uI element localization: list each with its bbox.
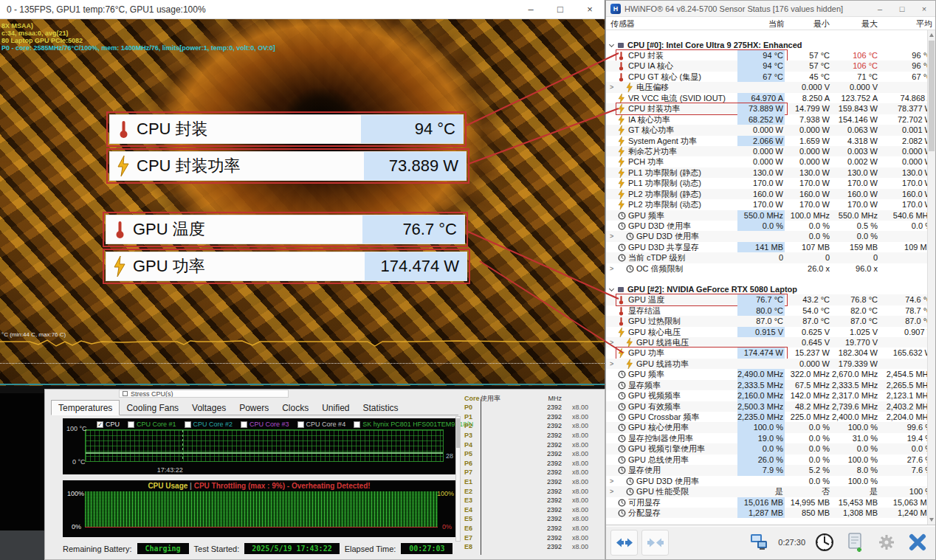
minimize-button[interactable]: – bbox=[869, 1, 891, 16]
tab-unified[interactable]: Unified bbox=[315, 401, 356, 415]
sensor-row[interactable]: GPU 视频引擎使用率0.0 %0.0 %0.0 %0.0 % bbox=[606, 443, 935, 454]
graph-scrollbar[interactable] bbox=[455, 416, 461, 542]
expand-icon[interactable]: > bbox=[610, 486, 613, 497]
checkbox-icon[interactable] bbox=[123, 391, 128, 396]
column-current[interactable]: 当前 bbox=[768, 18, 785, 30]
sensor-row[interactable]: 显存使用7.9 %5.2 %8.0 %7.6 % bbox=[606, 465, 935, 475]
maximize-button[interactable]: □ bbox=[891, 1, 913, 16]
expand-icon[interactable]: > bbox=[610, 476, 613, 486]
remote-sensors-button[interactable] bbox=[746, 530, 773, 556]
core-label: E8 bbox=[464, 543, 481, 550]
sensor-row[interactable]: GPU 核心使用率100.0 %0.0 %100.0 %99.6 % bbox=[606, 422, 935, 432]
checkbox-icon[interactable] bbox=[241, 421, 247, 428]
sensor-row[interactable]: GPU D3D 使用率0.0 %0.0 %0.5 %0.0 % bbox=[606, 221, 935, 231]
close-button[interactable]: × bbox=[575, 0, 605, 18]
tab-statistics[interactable]: Statistics bbox=[357, 401, 405, 415]
hwinfo-titlebar[interactable]: H HWiNFO® 64 v8.24-5700 Sensor Status [1… bbox=[606, 1, 935, 17]
sensor-row[interactable]: PL2 功率限制 (动态)170.0 W170.0 W170.0 W170.0 … bbox=[606, 199, 935, 210]
clock-icon bbox=[626, 477, 634, 485]
clock-button[interactable] bbox=[811, 530, 838, 556]
maximize-button[interactable]: □ bbox=[546, 0, 575, 18]
sensor-row[interactable]: VR VCC 电流 (SVID IOUT)64.970 A8.250 A123.… bbox=[606, 93, 935, 103]
tab-cooling-fans[interactable]: Cooling Fans bbox=[120, 401, 185, 415]
sensor-current: 2,160.0 MHz bbox=[737, 390, 785, 401]
sensor-average: 19.4 % bbox=[869, 433, 932, 443]
sensor-row[interactable]: >GPU 线路功率0.000 W179.339 W bbox=[606, 359, 935, 369]
sensor-group-header[interactable]: CPU [#0]: Intel Core Ultra 9 275HX: Enha… bbox=[606, 40, 935, 50]
expand-icon[interactable]: > bbox=[610, 337, 613, 348]
vertical-scrollbar[interactable] bbox=[927, 30, 935, 525]
expand-icon[interactable]: > bbox=[610, 231, 613, 241]
sensor-row[interactable]: PL1 功率限制 (静态)130.0 W130.0 W130.0 W130.0 … bbox=[606, 167, 935, 178]
checkbox-icon[interactable] bbox=[297, 421, 304, 428]
sensor-row[interactable]: 分配显存1,287 MB850 MB1,308 MB1,240 MB bbox=[606, 508, 935, 518]
close-button[interactable]: × bbox=[913, 1, 935, 16]
sensor-row[interactable]: CPU IA 核心94 °C57 °C106 °C96 °C bbox=[606, 61, 935, 71]
sensor-row[interactable]: GPU 功率174.474 W15.237 W182.304 W165.632 … bbox=[606, 348, 935, 358]
sensor-row[interactable]: CPU GT 核心 (集显)67 °C45 °C71 °C67 °C bbox=[606, 72, 935, 82]
column-sensor[interactable]: 传感器 bbox=[610, 18, 635, 30]
checkbox-icon[interactable] bbox=[354, 421, 360, 428]
sensor-row[interactable]: IA 核心功率68.252 W7.938 W154.146 W72.702 W bbox=[606, 114, 935, 125]
sensor-row[interactable]: 剩余芯片功率0.000 W0.000 W0.003 W0.000 W bbox=[606, 146, 935, 156]
furmark-titlebar[interactable]: 0 - 135FPS, GPU1 temp:76°C, GPU1 usage:1… bbox=[0, 0, 605, 19]
lightning-icon bbox=[618, 190, 626, 198]
sensor-row[interactable]: GPU 总线使用率26.0 %0.0 %100.0 %27.6 % bbox=[606, 454, 935, 465]
hwinfo-window: H HWiNFO® 64 v8.24-5700 Sensor Status [1… bbox=[605, 0, 936, 560]
sensor-row[interactable]: PCH 功率0.000 W0.000 W0.002 W0.000 W bbox=[606, 156, 935, 167]
column-minimum[interactable]: 最小 bbox=[813, 18, 830, 30]
settings-button[interactable] bbox=[873, 530, 900, 556]
sensor-row[interactable]: PL1 功率限制 (动态)170.0 W170.0 W170.0 W170.0 … bbox=[606, 178, 935, 188]
sensor-row[interactable]: 可用显存15,016 MB14,995 MB15,453 MB15,063 MB bbox=[606, 497, 935, 508]
sensor-row[interactable]: System Agent 功率2.066 W1.659 W4.318 W2.08… bbox=[606, 136, 935, 146]
core-label: P6 bbox=[464, 460, 481, 467]
scrollbar-thumb[interactable] bbox=[929, 41, 935, 151]
sensor-row[interactable]: >GPU D3D 使用率0.0 %100.0 % bbox=[606, 476, 935, 486]
expand-icon[interactable]: > bbox=[610, 263, 613, 274]
sensor-row[interactable]: GPU 视频频率2,160.0 MHz142.0 MHz2,317.0 MHz2… bbox=[606, 390, 935, 401]
column-average[interactable]: 平均 bbox=[916, 18, 932, 30]
sensor-row[interactable]: >电压偏移0.000 V0.000 V bbox=[606, 82, 935, 92]
collapse-columns-button[interactable] bbox=[641, 530, 669, 556]
sensor-row[interactable]: GPU 频率550.0 MHz100.0 MHz550.0 MHz540.6 M… bbox=[606, 210, 935, 221]
scroll-down-icon[interactable] bbox=[929, 518, 934, 522]
core-multiplier: x8.00 bbox=[562, 515, 588, 522]
sensor-row[interactable]: GPU D3D 共享显存141 MB107 MB159 MB109 MB bbox=[606, 242, 935, 252]
sensor-row[interactable]: >GPU 性能受限是否是100 % bbox=[606, 486, 935, 497]
sensor-row[interactable]: GPU 核心电压0.915 V0.625 V1.025 V0.907 V bbox=[606, 327, 935, 337]
scrollbar-thumb[interactable] bbox=[456, 418, 460, 448]
sensor-row[interactable]: GPU Crossbar 频率2,235.0 MHz225.0 MHz2,400… bbox=[606, 412, 935, 422]
scroll-up-icon[interactable] bbox=[929, 33, 934, 37]
sensor-row[interactable]: GT 核心功率0.000 W0.000 W0.063 W0.001 W bbox=[606, 125, 935, 135]
sensor-row[interactable]: GPU 过热限制87.0 °C87.0 °C87.0 °C87.0 °C bbox=[606, 316, 935, 326]
exit-button[interactable] bbox=[904, 530, 931, 556]
sensor-row[interactable]: 当前 cTDP 级别0000 bbox=[606, 252, 935, 263]
sensor-row[interactable]: >GPU 线路电压0.645 V19.770 V bbox=[606, 337, 935, 348]
minimize-button[interactable]: – bbox=[516, 0, 546, 18]
expand-columns-button[interactable] bbox=[610, 530, 638, 556]
sensor-row[interactable]: CPU 封装功率73.889 W14.799 W159.843 W78.377 … bbox=[606, 103, 935, 114]
report-button[interactable] bbox=[842, 530, 869, 556]
sensor-row[interactable]: GPU 温度76.7 °C43.2 °C76.8 °C74.6 °C bbox=[606, 294, 935, 305]
sensor-row[interactable]: GPU 有效频率2,500.3 MHz48.2 MHz2,739.6 MHz2,… bbox=[606, 401, 935, 412]
tab-clocks[interactable]: Clocks bbox=[275, 401, 315, 415]
tab-temperatures[interactable]: Temperatures bbox=[51, 400, 120, 415]
sensor-row[interactable]: 显存控制器使用率19.0 %0.0 %31.0 %19.4 % bbox=[606, 433, 935, 443]
sensor-row[interactable]: PL2 功率限制 (静态)160.0 W160.0 W160.0 W160.0 … bbox=[606, 189, 935, 199]
sensor-row[interactable]: >OC 倍频限制26.0 x96.0 x bbox=[606, 263, 935, 274]
sensor-row[interactable]: 显存结温80.0 °C54.0 °C82.0 °C78.7 °C bbox=[606, 305, 935, 316]
expand-icon[interactable]: > bbox=[610, 82, 613, 92]
checkbox-icon[interactable] bbox=[185, 421, 191, 428]
sensor-group-header[interactable]: GPU [#2]: NVIDIA GeForce RTX 5080 Laptop bbox=[606, 284, 935, 294]
tab-powers[interactable]: Powers bbox=[233, 401, 275, 415]
column-maximum[interactable]: 最大 bbox=[861, 18, 878, 30]
tab-voltages[interactable]: Voltages bbox=[185, 401, 233, 415]
sensor-row[interactable]: >GPU D3D 使用率0.0 %0.0 % bbox=[606, 231, 935, 241]
checkbox-icon[interactable] bbox=[128, 421, 134, 428]
sensor-row[interactable]: GPU 频率2,490.0 MHz322.0 MHz2,670.0 MHz2,4… bbox=[606, 369, 935, 379]
expand-icon[interactable]: > bbox=[610, 359, 613, 369]
checkbox-icon[interactable]: ✓ bbox=[97, 421, 103, 428]
sensor-row[interactable]: 显存频率2,333.5 MHz67.5 MHz2,333.5 MHz2,265.… bbox=[606, 380, 935, 390]
sensor-row[interactable]: CPU 封装94 °C57 °C106 °C96 °C bbox=[606, 50, 935, 61]
sensor-current bbox=[737, 82, 785, 92]
